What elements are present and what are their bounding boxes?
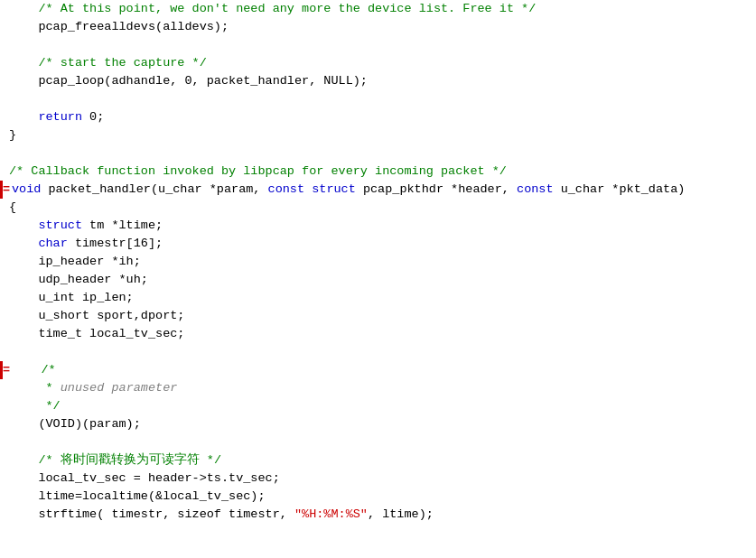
code-line-28: ltime=localtime(&local_tv_sec); <box>0 488 756 506</box>
line-content-23: */ <box>7 397 756 415</box>
code-line-14: char timestr[16]; <box>0 235 756 253</box>
code-line-23: */ <box>0 397 756 415</box>
line-content-1: /* At this point, we don't need any more… <box>7 0 756 18</box>
line-content-10: /* Callback function invoked by libpcap … <box>7 163 756 181</box>
keyword-const: const <box>268 182 305 196</box>
code-line-18: u_short sport,dport; <box>0 307 756 325</box>
line-content-11: void packet_handler(u_char *param, const… <box>10 181 756 199</box>
line-content-25 <box>7 433 756 451</box>
line-content-3 <box>7 36 756 54</box>
code-line-3 <box>0 36 756 54</box>
code-line-21: = /* <box>0 361 756 379</box>
struct-tm: tm *ltime; <box>82 219 163 232</box>
keyword-struct: struct <box>312 182 356 196</box>
line-content-17: u_int ip_len; <box>7 289 756 307</box>
keyword-struct2: struct <box>38 219 82 232</box>
code-line-6 <box>0 90 756 108</box>
line-content-2: pcap_freealldevs(alldevs); <box>7 18 756 36</box>
func-params2: pcap_pkthdr *header, <box>356 182 517 196</box>
line-content-24: (VOID)(param); <box>7 415 756 433</box>
code-line-22: * unused parameter <box>0 379 756 397</box>
strftime-end: , ltime); <box>368 507 434 521</box>
line-content-13: struct tm *ltime; <box>7 217 756 235</box>
char-decl: timestr[16]; <box>68 237 163 250</box>
keyword-void: void <box>12 182 41 196</box>
line-content-15: ip_header *ih; <box>7 253 756 271</box>
comment-star: * <box>46 381 61 395</box>
line-content-9 <box>7 144 756 163</box>
code-line-12: { <box>0 199 756 217</box>
code-line-19: time_t local_tv_sec; <box>0 325 756 343</box>
code-line-7: return 0; <box>0 108 756 126</box>
line-content-19: time_t local_tv_sec; <box>7 325 756 343</box>
keyword-const2: const <box>517 182 554 196</box>
line-content-18: u_short sport,dport; <box>7 307 756 325</box>
code-line-10: /* Callback function invoked by libpcap … <box>0 163 756 181</box>
code-editor: /* At this point, we don't need any more… <box>0 0 756 558</box>
code-line-2: pcap_freealldevs(alldevs); <box>0 18 756 36</box>
line-content-12: { <box>7 199 756 217</box>
line-content-21: /* <box>10 361 756 379</box>
return-value: 0; <box>82 110 104 124</box>
line-content-6 <box>7 90 756 108</box>
code-line-5: pcap_loop(adhandle, 0, packet_handler, N… <box>0 72 756 90</box>
line-content-29: strftime( timestr, sizeof timestr, "%H:%… <box>7 506 756 524</box>
code-line-4: /* start the capture */ <box>0 54 756 72</box>
code-line-24: (VOID)(param); <box>0 415 756 433</box>
code-line-1: /* At this point, we don't need any more… <box>0 0 756 18</box>
line-content-7: return 0; <box>7 108 756 126</box>
strftime-call: strftime( timestr, sizeof timestr, <box>38 507 294 521</box>
code-line-25 <box>0 433 756 451</box>
code-line-9 <box>0 144 756 163</box>
code-line-15: ip_header *ih; <box>0 253 756 271</box>
line-content-20 <box>7 343 756 361</box>
code-line-8: } <box>0 126 756 144</box>
line-content-28: ltime=localtime(&local_tv_sec); <box>7 488 756 506</box>
unused-param-text: unused parameter <box>61 381 178 395</box>
code-line-27: local_tv_sec = header->ts.tv_sec; <box>0 470 756 488</box>
format-string: "%H:%M:%S" <box>294 507 368 521</box>
code-line-11: = void packet_handler(u_char *param, con… <box>0 181 756 199</box>
line-content-5: pcap_loop(adhandle, 0, packet_handler, N… <box>7 72 756 90</box>
line-content-16: udp_header *uh; <box>7 271 756 289</box>
func-name: packet_handler(u_char *param, <box>41 182 267 196</box>
keyword-char: char <box>38 237 67 250</box>
line-content-8: } <box>7 126 756 144</box>
func-params3: u_char *pkt_data) <box>554 182 686 196</box>
line-indicator-21: = <box>3 361 10 379</box>
line-content-22: * unused parameter <box>7 379 756 397</box>
code-line-16: udp_header *uh; <box>0 271 756 289</box>
code-line-26: /* 将时间戳转换为可读字符 */ <box>0 451 756 470</box>
func-params <box>304 182 312 196</box>
code-line-17: u_int ip_len; <box>0 289 756 307</box>
line-content-26: /* 将时间戳转换为可读字符 */ <box>7 451 756 470</box>
line-indicator-11: = <box>3 181 10 199</box>
line-content-14: char timestr[16]; <box>7 235 756 253</box>
keyword-return: return <box>38 110 82 124</box>
code-line-13: struct tm *ltime; <box>0 217 756 235</box>
line-content-4: /* start the capture */ <box>7 54 756 72</box>
code-line-20 <box>0 343 756 361</box>
code-line-29: strftime( timestr, sizeof timestr, "%H:%… <box>0 506 756 524</box>
line-content-27: local_tv_sec = header->ts.tv_sec; <box>7 470 756 488</box>
